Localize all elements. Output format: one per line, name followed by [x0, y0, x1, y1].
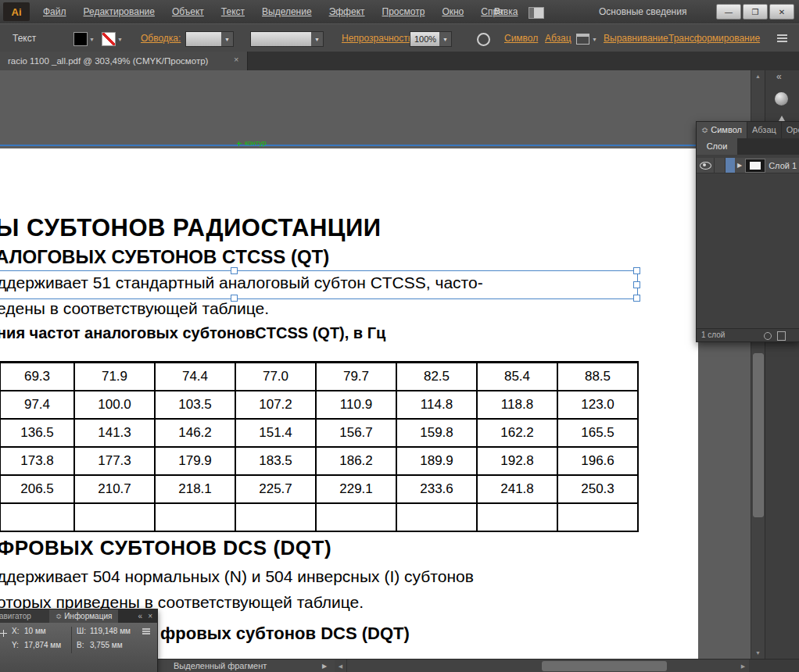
ctcss-table[interactable]: 69.3 71.9 74.4 77.0 79.7 82.5 85.4 88.5 …: [0, 361, 639, 532]
menu-type[interactable]: Текст: [213, 6, 253, 17]
table-cell: 229.1: [317, 476, 397, 504]
menu-view[interactable]: Просмотр: [374, 6, 434, 17]
tab-navigator[interactable]: авигатор: [0, 609, 49, 623]
canvas[interactable]: контур Ы СУБТОНОВ РАДИОСТАНЦИИ АЛОГОВЫХ …: [0, 70, 799, 659]
fill-color-swatch[interactable]: [73, 32, 88, 46]
doc-paragraph-2[interactable]: едены в соответствующей таблице.: [0, 299, 269, 318]
selection-handle[interactable]: [633, 267, 640, 274]
width-profile-dropdown[interactable]: ▼: [250, 31, 324, 47]
paragraph-panel-link[interactable]: Абзац: [545, 24, 571, 52]
document-close-icon[interactable]: ×: [234, 55, 238, 64]
doc-heading-5[interactable]: фровых субтонов DCS (DQT): [160, 624, 410, 644]
menu-select[interactable]: Выделение: [253, 6, 321, 17]
selection-handle[interactable]: [231, 267, 238, 274]
layer-visibility-cell[interactable]: [697, 158, 715, 173]
panel-collapse-icon[interactable]: «: [138, 609, 143, 623]
height-value: 3,755 мм: [90, 641, 123, 649]
document-tab[interactable]: racio 1100 _all.pdf @ 303,49% (CMYK/Прос…: [0, 52, 248, 70]
minimize-button[interactable]: —: [716, 4, 741, 20]
table-cell: 173.8: [1, 448, 75, 476]
table-cell: 74.4: [156, 363, 236, 391]
tab-opentype[interactable]: Ope: [781, 122, 799, 138]
layer-content[interactable]: ▶ Слой 1: [735, 158, 799, 173]
menu-effect[interactable]: Эффект: [321, 6, 374, 17]
tab-layers[interactable]: Слои: [697, 138, 737, 155]
layer-lock-cell[interactable]: [715, 158, 726, 173]
workspace-switcher[interactable]: Основные сведения: [599, 0, 686, 23]
status-menu-icon[interactable]: ▶: [322, 663, 327, 670]
control-bar-menu-icon[interactable]: [777, 34, 787, 36]
layer-name[interactable]: Слой 1: [769, 161, 797, 170]
doc-heading-1[interactable]: Ы СУБТОНОВ РАДИОСТАНЦИИ: [0, 214, 382, 242]
stroke-dropdown-icon[interactable]: ▼: [117, 37, 123, 42]
horizontal-scrollbar[interactable]: [346, 659, 739, 672]
selection-edge-line: [0, 145, 698, 146]
expand-panels-icon[interactable]: «: [776, 71, 782, 82]
menu-object[interactable]: Объект: [163, 6, 213, 17]
width-profile-value: [251, 32, 311, 46]
text-selection-box[interactable]: [0, 270, 638, 299]
info-panel-menu-icon[interactable]: [142, 628, 150, 630]
vertical-scrollbar-thumb[interactable]: [753, 353, 764, 517]
table-cell: 241.8: [478, 476, 558, 504]
illustrator-logo-icon: Ai: [3, 2, 30, 21]
restore-button[interactable]: ❐: [743, 4, 768, 20]
character-panel-link[interactable]: Символ: [504, 24, 538, 52]
doc-heading-2[interactable]: АЛОГОВЫХ СУБТОНОВ CTCSS (QT): [0, 246, 329, 268]
stroke-link[interactable]: Обводка:: [141, 24, 181, 52]
table-cell: 114.8: [397, 391, 478, 420]
stroke-weight-dropdown[interactable]: ▼: [185, 31, 234, 47]
opacity-link[interactable]: Непрозрачность:: [342, 24, 415, 52]
panel-mini-icon[interactable]: [576, 34, 589, 45]
illustrator-window: Ai Файл Редактирование Объект Текст Выде…: [0, 0, 799, 672]
x-value: 10 мм: [24, 627, 46, 635]
selection-handle[interactable]: [633, 281, 640, 288]
width-profile-arrow-icon[interactable]: ▼: [311, 32, 323, 46]
tab-character[interactable]: ≎ Символ: [697, 122, 747, 138]
workspace-dropdown-icon[interactable]: ▾: [682, 7, 685, 14]
stroke-weight-arrow-icon[interactable]: ▼: [221, 32, 233, 46]
menu-edit[interactable]: Редактирование: [75, 6, 163, 17]
doc-heading-3[interactable]: ния частот аналоговых субтоновCTCSS (QT)…: [0, 324, 385, 342]
doc-heading-4[interactable]: ФРОВЫХ СУБТОНОВ DCS (DQT): [0, 536, 331, 560]
new-layer-icon[interactable]: [777, 331, 786, 341]
menu-file[interactable]: Файл: [34, 6, 75, 17]
align-panel-link[interactable]: Выравнивание: [604, 24, 668, 52]
make-mask-icon[interactable]: [764, 332, 772, 340]
bridge-button[interactable]: Br: [491, 5, 507, 17]
menu-window[interactable]: Окно: [433, 6, 472, 17]
target-circle-icon[interactable]: [477, 33, 490, 46]
selection-handle[interactable]: [633, 295, 640, 302]
arrange-documents-icon[interactable]: [528, 7, 544, 19]
info-panel-header: авигатор ≎ Информация « ×: [0, 609, 157, 623]
fill-dropdown-icon[interactable]: ▼: [89, 37, 95, 42]
appearance-panel-icon[interactable]: [775, 92, 788, 105]
layer-disclosure-icon[interactable]: ▶: [737, 162, 742, 169]
opacity-dropdown[interactable]: 100% ▼: [410, 31, 452, 47]
scroll-right-icon[interactable]: ▶: [737, 659, 749, 672]
layer-row[interactable]: ▶ Слой 1: [697, 158, 799, 173]
tab-info[interactable]: ≎ Информация: [49, 609, 118, 623]
close-button[interactable]: ✕: [769, 4, 794, 20]
table-cell: [558, 504, 639, 532]
stroke-color-swatch[interactable]: [102, 32, 116, 46]
scroll-up-icon[interactable]: ▲: [751, 70, 765, 82]
collapse-diamond-icon: ≎: [701, 125, 708, 134]
opacity-arrow-icon[interactable]: ▼: [439, 32, 451, 46]
table-cell: 225.7: [236, 476, 317, 504]
layer-selection-strip: [726, 158, 735, 173]
tab-paragraph[interactable]: Абзац: [747, 122, 781, 138]
panel-close-icon[interactable]: ×: [148, 609, 152, 623]
horizontal-scrollbar-thumb[interactable]: [542, 661, 667, 671]
doc-paragraph-3[interactable]: ддерживает 504 нормальных (N) и 504 инве…: [0, 567, 474, 586]
transform-panel-link[interactable]: Трансформирование: [668, 24, 760, 52]
info-panel-content: X: 10 мм Y: 17,874 мм Ш: 119,148 мм В: 3…: [0, 623, 157, 672]
scroll-left-icon[interactable]: ◀: [335, 659, 346, 672]
y-label: Y:: [12, 641, 19, 649]
table-cell: 210.7: [75, 476, 156, 504]
panel-mini-arrow-icon[interactable]: ▼: [592, 37, 597, 42]
scroll-down-icon[interactable]: ▼: [751, 647, 765, 659]
selection-handle[interactable]: [231, 295, 238, 302]
height-label: В:: [77, 641, 84, 649]
position-crosshair-icon: [0, 630, 7, 637]
